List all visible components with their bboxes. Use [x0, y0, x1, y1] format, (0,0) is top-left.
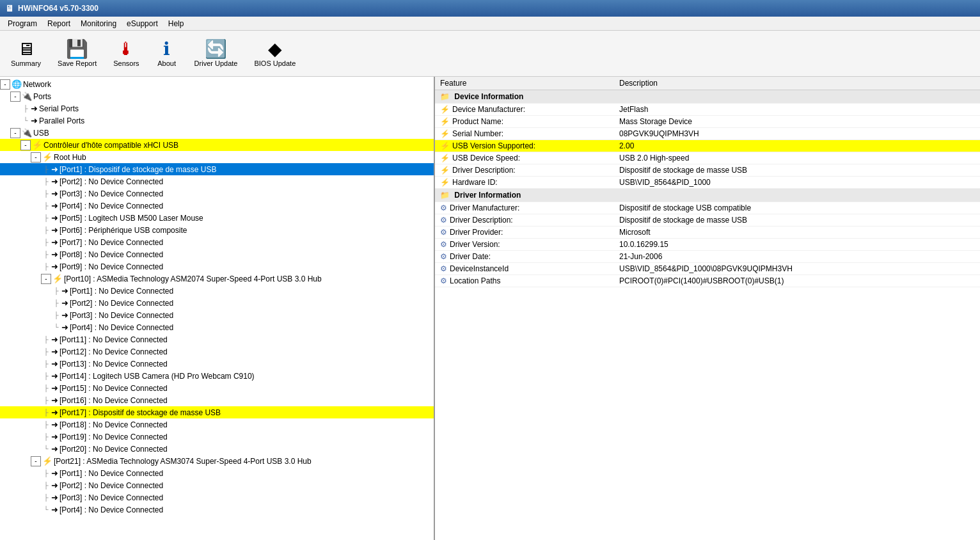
tree-item[interactable]: ├➜[Port13] : No Device Connected — [0, 358, 434, 370]
feature-label: USB Device Speed: — [452, 154, 520, 163]
tree-item[interactable]: └➜[Port20] : No Device Connected — [0, 443, 434, 455]
save-report-icon: 💾 — [66, 40, 88, 58]
tree-item[interactable]: ├➜[Port3] : No Device Connected — [0, 309, 434, 321]
tree-item[interactable]: ├➜[Port8] : No Device Connected — [0, 248, 434, 260]
tree-item[interactable]: ├➜[Port2] : No Device Connected — [0, 175, 434, 187]
menu-program[interactable]: Program — [3, 18, 42, 29]
tree-item[interactable]: └➜[Port4] : No Device Connected — [0, 504, 434, 516]
tree-item[interactable]: ├➜[Port2] : No Device Connected — [0, 297, 434, 309]
tree-node-icon: ⚡ — [42, 152, 52, 162]
tree-item[interactable]: ├➜[Port1] : No Device Connected — [0, 285, 434, 297]
tree-node-icon: ➜ — [51, 164, 58, 174]
tree-item[interactable]: ├➜[Port9] : No Device Connected — [0, 260, 434, 273]
col-header-description: Description — [614, 77, 980, 90]
menu-esupport[interactable]: eSupport — [122, 18, 163, 29]
description-value: 08PGVK9UQIPMH3VH — [619, 129, 699, 138]
tree-item[interactable]: ├➜[Port14] : Logitech USB Camera (HD Pro… — [0, 370, 434, 382]
feature-label: Product Name: — [452, 117, 503, 126]
tree-item[interactable]: ├➜[Port18] : No Device Connected — [0, 418, 434, 431]
tree-connector: ├ — [41, 348, 51, 355]
tree-node-icon: ➜ — [51, 213, 58, 223]
tree-node-icon: ➜ — [51, 371, 58, 381]
tree-item[interactable]: └➜Parallel Ports — [0, 115, 434, 127]
info-row[interactable]: ⚙Driver Manufacturer: Dispositif de stoc… — [435, 202, 980, 214]
description-value: Mass Storage Device — [619, 117, 692, 126]
tree-item[interactable]: -⚡[Port21] : ASMedia Technology ASM3074 … — [0, 455, 434, 467]
tree-expand-btn[interactable]: - — [20, 140, 31, 150]
tree-expand-btn[interactable]: - — [10, 128, 20, 138]
info-row[interactable]: ⚡USB Device Speed: USB 2.0 High-speed — [435, 152, 980, 164]
tree-expand-btn[interactable]: - — [31, 152, 41, 163]
info-row[interactable]: ⚡Device Manufacturer: JetFlash — [435, 104, 980, 116]
tree-node-label: [Port4] : No Device Connected — [59, 202, 163, 210]
tree-node-icon: ➜ — [51, 225, 58, 235]
info-row[interactable]: ⚡Driver Description: Dispositif de stock… — [435, 164, 980, 177]
tree-item[interactable]: ├➜[Port15] : No Device Connected — [0, 382, 434, 394]
info-row[interactable]: ⚙Driver Version: 10.0.16299.15 — [435, 239, 980, 251]
menu-report[interactable]: Report — [42, 18, 75, 29]
tree-item[interactable]: ├➜[Port11] : No Device Connected — [0, 333, 434, 345]
tree-item[interactable]: ├➜[Port1] : Dispositif de stockage de ma… — [0, 163, 434, 175]
tree-item[interactable]: └➜[Port4] : No Device Connected — [0, 321, 434, 333]
tree-connector: ├ — [41, 421, 51, 428]
tree-expand-btn[interactable]: - — [10, 91, 20, 102]
tree-node-icon: ➜ — [51, 408, 58, 417]
tree-item[interactable]: ├➜[Port4] : No Device Connected — [0, 200, 434, 212]
driver-update-button[interactable]: 🔄 Driver Update — [189, 37, 244, 70]
tree-item[interactable]: ├➜[Port7] : No Device Connected — [0, 236, 434, 248]
sensors-button[interactable]: 🌡 Sensors — [107, 37, 145, 70]
tree-expand-btn[interactable]: - — [0, 79, 10, 90]
section-header-cell: 📁 Device Information — [435, 90, 980, 104]
tree-expand-btn[interactable]: - — [41, 274, 51, 284]
feature-label: DeviceInstanceId — [450, 264, 509, 273]
tree-item[interactable]: ├➜[Port3] : No Device Connected — [0, 491, 434, 504]
description-value: USB\VID_8564&PID_1000 — [619, 178, 711, 187]
tree-item[interactable]: ├➜Serial Ports — [0, 102, 434, 115]
info-row[interactable]: ⚙DeviceInstanceId USB\VID_8564&PID_1000\… — [435, 263, 980, 275]
tree-item[interactable]: ├➜[Port19] : No Device Connected — [0, 431, 434, 443]
tree-node-icon: ➜ — [31, 116, 38, 125]
tree-item[interactable]: -⚡Root Hub — [0, 151, 434, 163]
tree-item[interactable]: ├➜[Port6] : Périphérique USB composite — [0, 224, 434, 236]
tree-item[interactable]: ├➜[Port17] : Dispositif de stockage de m… — [0, 406, 434, 418]
tree-item[interactable]: -🔌Ports — [0, 90, 434, 102]
about-button[interactable]: ℹ About — [150, 37, 184, 70]
tree-connector: ├ — [41, 470, 51, 477]
info-row[interactable]: ⚡Serial Number: 08PGVK9UQIPMH3VH — [435, 128, 980, 140]
tree-item[interactable]: ├➜[Port2] : No Device Connected — [0, 479, 434, 491]
tree-item[interactable]: ├➜[Port16] : No Device Connected — [0, 394, 434, 406]
section-folder-icon: 📁 — [440, 92, 450, 101]
tree-item[interactable]: ├➜[Port12] : No Device Connected — [0, 345, 434, 358]
menu-help[interactable]: Help — [163, 18, 189, 29]
save-report-button[interactable]: 💾 Save Report — [52, 37, 102, 70]
info-row[interactable]: ⚡Hardware ID: USB\VID_8564&PID_1000 — [435, 177, 980, 189]
save-report-label: Save Report — [58, 60, 97, 67]
driver-feature-icon: ⚙ — [440, 240, 447, 249]
tree-item[interactable]: ├➜[Port5] : Logitech USB M500 Laser Mous… — [0, 212, 434, 224]
info-row[interactable]: ⚡Product Name: Mass Storage Device — [435, 116, 980, 128]
tree-connector: ├ — [41, 482, 51, 489]
tree-item[interactable]: ├➜[Port3] : No Device Connected — [0, 187, 434, 200]
info-row[interactable]: ⚙Driver Description: Dispositif de stock… — [435, 214, 980, 226]
info-row[interactable]: ⚡USB Version Supported: 2.00 — [435, 140, 980, 152]
menu-monitoring[interactable]: Monitoring — [75, 18, 122, 29]
tree-node-icon: ⚡ — [42, 456, 52, 466]
description-cell: Dispositif de stockage USB compatible — [614, 202, 980, 214]
tree-item[interactable]: -⚡[Port10] : ASMedia Technology ASM2074 … — [0, 273, 434, 285]
tree-connector: ├ — [41, 494, 51, 501]
tree-connector: ├ — [41, 397, 51, 404]
feature-label: Driver Description: — [450, 216, 513, 225]
tree-item[interactable]: -🔌USB — [0, 127, 434, 139]
device-tree-panel[interactable]: -🌐Network-🔌Ports├➜Serial Ports└➜Parallel… — [0, 77, 435, 540]
info-row[interactable]: ⚙Location Paths PCIROOT(0)#PCI(1400)#USB… — [435, 275, 980, 287]
info-row[interactable]: ⚙Driver Provider: Microsoft — [435, 226, 980, 239]
tree-item[interactable]: -⚡Contrôleur d'hôte compatible xHCI USB — [0, 139, 434, 151]
info-row[interactable]: ⚙Driver Date: 21-Jun-2006 — [435, 251, 980, 263]
summary-button[interactable]: 🖥 Summary — [5, 37, 47, 70]
bios-update-button[interactable]: ◆ BIOS Update — [248, 37, 301, 70]
tree-connector: ├ — [41, 251, 51, 258]
tree-expand-btn[interactable]: - — [31, 456, 41, 466]
tree-item[interactable]: ├➜[Port1] : No Device Connected — [0, 467, 434, 479]
bios-update-label: BIOS Update — [254, 60, 296, 67]
tree-item[interactable]: -🌐Network — [0, 78, 434, 90]
